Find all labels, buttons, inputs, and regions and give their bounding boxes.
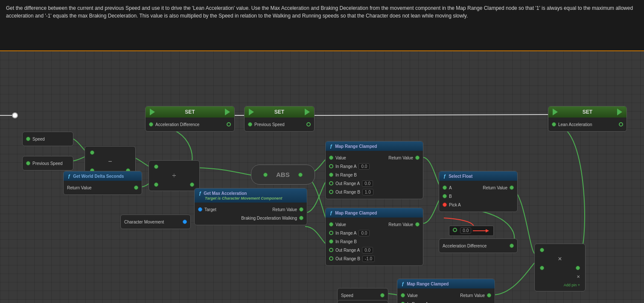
- select-float-label: Select Float: [449, 174, 472, 179]
- mr2-outb-val: -1.0: [362, 256, 375, 262]
- set-exec-out: [225, 109, 230, 115]
- set-prev-title: SET: [274, 109, 284, 115]
- sub-in1: [90, 150, 94, 155]
- div-out: [190, 182, 194, 187]
- mr1-ina-val: 0.0: [358, 163, 370, 170]
- mr2-outa-val: 0.0: [362, 247, 373, 253]
- select-float-node: ƒ Select Float A Return Value B: [439, 171, 518, 212]
- mr1-ina-pin: [329, 164, 333, 168]
- float-zero-box: 0.0: [449, 226, 494, 236]
- accel-diff-label: Acceleration Difference: [443, 244, 487, 248]
- blueprint-canvas[interactable]: Speed Previous Speed −: [0, 51, 644, 303]
- set-accel-diff-node: SET Acceleration Difference: [145, 106, 235, 132]
- div-in1: [154, 165, 158, 169]
- map-range-1-node: ƒ Map Range Clamped Value Return Value I…: [325, 141, 423, 199]
- get-max-accel-sub: Target is Character Movement Component: [199, 196, 282, 200]
- mr2-outa-pin: [329, 248, 333, 252]
- speed-bottom-label: Speed: [341, 293, 353, 298]
- mr2-ina-val: 0.0: [358, 230, 370, 236]
- map-range-2-node: ƒ Map Range Clamped Value Return Value I…: [325, 208, 423, 266]
- set-lean-title: SET: [583, 109, 592, 115]
- set-prev-exec-out: [305, 109, 310, 115]
- speed-label: Speed: [32, 137, 45, 141]
- set-lean-accel-node: SET Lean Acceleration: [548, 106, 627, 132]
- mr1-outa-val: 0.0: [362, 180, 373, 187]
- map-range-3-label: Map Range Clamped: [407, 282, 449, 286]
- sf-picka-pin: [443, 203, 447, 207]
- svg-marker-2: [486, 229, 489, 232]
- set-prev-exec-in: [249, 109, 254, 115]
- entry-dot: [12, 112, 18, 118]
- set-lean-pin-label: Lean Acceleration: [558, 122, 592, 127]
- divide-node: ÷: [149, 160, 200, 191]
- add-pin-label[interactable]: Add pin +: [564, 283, 580, 287]
- walking-speed-node: Walking Speed: [337, 300, 388, 303]
- sf-b-pin: [443, 194, 447, 198]
- get-max-return-pin: [299, 207, 303, 212]
- mr2-return-pin: [415, 222, 420, 227]
- get-world-delta-node: ƒ Get World Delta Seconds Return Value: [63, 171, 142, 195]
- map-range-1-label: Map Range Clamped: [335, 144, 377, 149]
- mr1-outa-pin: [329, 181, 333, 185]
- add-pin-icon[interactable]: ✕: [577, 274, 580, 279]
- accel-diff-out-pin: [510, 244, 514, 248]
- mr3-return-pin: [487, 293, 491, 297]
- set-exec-in: [150, 109, 155, 115]
- set-prev-speed-node: SET Previous Speed: [244, 106, 315, 132]
- char-movement-node: Character Movement: [120, 215, 191, 229]
- get-max-target-pin: [198, 207, 202, 212]
- speed-bottom-pin: [380, 293, 385, 297]
- get-world-delta-label: Get World Delta Seconds: [73, 174, 124, 179]
- mult-in2: [540, 266, 544, 270]
- set-lean-out-pin: [619, 122, 623, 126]
- get-max-accel-label: Get Max Acceleration: [204, 191, 247, 196]
- abs-out-pin: [298, 173, 303, 177]
- mr3-value-pin: [401, 293, 405, 297]
- tooltip-text: Get the difference between the current a…: [6, 5, 633, 19]
- tooltip-bar: Get the difference between the current a…: [0, 0, 644, 51]
- mr2-value-pin: [329, 222, 333, 227]
- speed-out-pin: [26, 137, 30, 141]
- multiply-node: × ✕ Add pin +: [534, 244, 586, 291]
- set-lean-exec-in: [553, 109, 558, 115]
- char-movement-label: Character Movement: [124, 220, 164, 224]
- map-range-2-label: Map Range Clamped: [335, 211, 377, 215]
- mult-out: [576, 266, 580, 270]
- accel-diff-label-node: Acceleration Difference: [439, 238, 518, 253]
- mr1-return-pin: [415, 156, 420, 160]
- sf-return-pin: [510, 185, 514, 190]
- prev-speed-label: Previous Speed: [32, 161, 63, 166]
- mr1-inb-pin: [329, 173, 333, 177]
- set-accel-in-pin: [149, 122, 153, 126]
- set-prev-pin-label: Previous Speed: [254, 122, 285, 127]
- mr1-outb-pin: [329, 190, 333, 194]
- set-accel-out-pin: [227, 122, 231, 126]
- mr2-ina-pin: [329, 231, 333, 235]
- set-lean-exec-out: [617, 109, 622, 115]
- abs-in-pin: [263, 173, 268, 177]
- mr2-outb-pin: [329, 256, 333, 261]
- set-accel-title: SET: [185, 109, 195, 115]
- mult-in1: [540, 248, 544, 252]
- delta-return-pin: [134, 185, 138, 190]
- mr2-inb-pin: [329, 239, 333, 244]
- abs-node: ABS: [251, 165, 315, 185]
- abs-label: ABS: [276, 171, 290, 178]
- div-in2: [154, 182, 158, 187]
- get-max-accel-node: ƒ Get Max Acceleration Target is Charact…: [194, 188, 307, 225]
- map-range-3-node: ƒ Map Range Clamped Value Return Value I…: [397, 279, 495, 303]
- set-accel-pin-label: Acceleration Difference: [155, 122, 199, 127]
- braking-decel-pin: [299, 216, 303, 220]
- sf-a-pin: [443, 185, 447, 190]
- float-zero-val: 0.0: [460, 227, 471, 234]
- set-lean-in-pin: [552, 122, 556, 126]
- set-prev-out-pin: [306, 122, 311, 126]
- mr1-outb-val: 1.0: [362, 189, 373, 195]
- prev-speed-node: Previous Speed: [22, 156, 73, 171]
- char-movement-out-pin: [183, 220, 187, 224]
- set-prev-in-pin: [248, 122, 252, 126]
- speed-node: Speed: [22, 132, 73, 146]
- mr1-value-pin: [329, 156, 333, 160]
- prev-speed-out-pin: [26, 161, 30, 165]
